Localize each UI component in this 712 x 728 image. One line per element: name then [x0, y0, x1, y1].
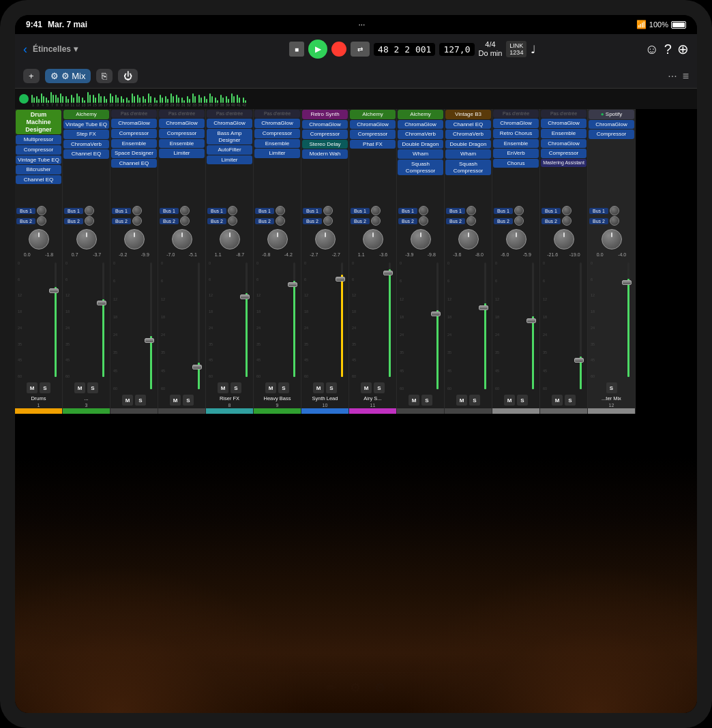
ch5-bus2-knob[interactable] [228, 216, 237, 226]
ch6-mute-button[interactable]: M [265, 382, 276, 393]
ch12-bus2-btn[interactable]: Bus 2 [542, 218, 561, 224]
ch3-plugin-4[interactable]: Ensemble [111, 139, 157, 149]
ch11-bus1-btn[interactable]: Bus 1 [494, 208, 513, 214]
ch2-fader-thumb[interactable] [97, 301, 106, 305]
ch12-fader-thumb[interactable] [574, 358, 584, 363]
ch7-plugin-2[interactable]: ChromaGlow [302, 120, 348, 130]
ch9-bus2-knob[interactable] [419, 216, 428, 226]
ch12-plugin-6[interactable]: Mastering Assistant [541, 159, 587, 167]
ch3-solo-button[interactable]: S [135, 395, 146, 406]
ch13-bus1-btn[interactable]: Bus 1 [589, 208, 608, 214]
ch12-plugin-1[interactable]: Pas d'entrée [541, 110, 587, 118]
ch6-bus2-knob[interactable] [276, 216, 285, 226]
ch11-plugin-5[interactable]: EnVerb [493, 149, 539, 158]
grid-view-icon[interactable]: ⊞ [29, 680, 39, 695]
ch11-mute-button[interactable]: M [504, 395, 515, 406]
ch8-plugin-2[interactable]: ChromaGlow [350, 120, 396, 130]
ch8-solo-button[interactable]: S [374, 382, 385, 393]
ch11-solo-button[interactable]: S [517, 395, 528, 406]
ch10-bus1-btn[interactable]: Bus 1 [446, 208, 465, 214]
ch6-plugin-5[interactable]: Limiter [254, 149, 300, 158]
ch12-bus2-knob[interactable] [562, 216, 572, 226]
ch12-plugin-2[interactable]: ChromaGlow [541, 119, 587, 128]
ch4-plugin-2[interactable]: ChromaGlow [159, 119, 205, 128]
ch6-bus1-btn[interactable]: Bus 1 [255, 208, 274, 214]
back-button[interactable]: ‹ [23, 42, 27, 57]
ch9-plugin-4[interactable]: Double Dragon [398, 140, 443, 149]
stop-button[interactable]: ■ [289, 42, 304, 57]
ch8-mute-button[interactable]: M [361, 382, 372, 393]
ch10-plugin-1[interactable]: Vintage B3 [445, 110, 491, 119]
ch8-bus2-knob[interactable] [371, 216, 381, 226]
ch12-pan-knob[interactable] [554, 229, 574, 249]
ch9-bus1-btn[interactable]: Bus 1 [398, 208, 417, 214]
ch3-pan-knob[interactable] [124, 229, 145, 249]
ch9-plugin-2[interactable]: ChromaGlow [398, 120, 443, 130]
ch4-plugin-5[interactable]: Limiter [159, 149, 205, 158]
ch5-plugin-1[interactable]: Pas d'entrée [207, 110, 252, 118]
ch11-plugin-1[interactable]: Pas d'entrée [493, 110, 539, 118]
ch10-bus2-btn[interactable]: Bus 2 [446, 218, 465, 224]
ch9-bus2-btn[interactable]: Bus 2 [398, 218, 417, 224]
ch3-plugin-2[interactable]: ChromaGlow [111, 119, 157, 128]
ch2-pan-knob[interactable] [76, 229, 97, 249]
ch9-plugin-5[interactable]: Wham [398, 149, 443, 159]
ch9-fader-thumb[interactable] [431, 312, 441, 316]
duplicate-button[interactable]: ⎘ [96, 69, 113, 83]
mix-button[interactable]: ⚙ ⚙ Mix [45, 69, 91, 83]
more-options-button[interactable]: ··· [668, 70, 677, 82]
ch4-bus2-knob[interactable] [180, 216, 190, 226]
ch6-bus2-btn[interactable]: Bus 2 [255, 218, 274, 224]
ch4-bus1-knob[interactable] [180, 206, 190, 215]
ch5-bus1-knob[interactable] [228, 206, 237, 215]
ch4-plugin-1[interactable]: Pas d'entrée [159, 110, 205, 118]
power-button[interactable]: ⏻ [118, 69, 138, 83]
ch12-plugin-3[interactable]: Ensemble [541, 129, 587, 138]
ch10-solo-button[interactable]: S [469, 395, 480, 406]
ch2-bus1-knob[interactable] [85, 206, 94, 215]
ch12-solo-button[interactable]: S [565, 395, 576, 406]
add-circle-icon[interactable]: ⊕ [677, 41, 689, 57]
ch1-mute-button[interactable]: M [27, 382, 38, 393]
ch13-fader-thumb[interactable] [622, 280, 632, 285]
ch13-bus1-knob[interactable] [610, 206, 619, 215]
hamburger-menu-button[interactable]: ≡ [683, 70, 689, 82]
ch12-bus1-btn[interactable]: Bus 1 [542, 208, 561, 214]
ch1-plugin-4[interactable]: Vintage Tube EQ [16, 155, 61, 165]
link-button[interactable]: LINK 1234 [506, 41, 526, 57]
ch6-plugin-4[interactable]: Ensemble [254, 139, 300, 149]
ch5-solo-button[interactable]: S [231, 382, 241, 393]
ch10-plugin-3[interactable]: ChromaVerb [445, 130, 491, 139]
ch6-plugin-1[interactable]: Pas d'entrée [254, 110, 300, 118]
ch3-mute-button[interactable]: M [122, 395, 133, 406]
ch2-plugin-2[interactable]: Vintage Tube EQ [63, 120, 109, 130]
ch10-bus2-knob[interactable] [466, 216, 476, 226]
ch3-bus2-btn[interactable]: Bus 2 [112, 218, 131, 224]
ch1-solo-button[interactable]: S [40, 382, 50, 393]
ch9-mute-button[interactable]: M [409, 395, 419, 406]
piano-roll-button[interactable]: ||| [672, 680, 683, 695]
ch7-solo-button[interactable]: S [326, 382, 337, 393]
ch10-plugin-2[interactable]: Channel EQ [445, 120, 491, 130]
ch9-plugin-1[interactable]: Alchemy [398, 110, 443, 119]
ch11-plugin-3[interactable]: Retro Chorus [493, 129, 539, 138]
ch13-plugin-3[interactable]: Compressor [589, 130, 634, 139]
ch6-solo-button[interactable]: S [278, 382, 289, 393]
ch12-bus1-knob[interactable] [562, 206, 572, 215]
ch11-plugin-6[interactable]: Chorus [493, 159, 539, 168]
ch10-pan-knob[interactable] [458, 229, 479, 249]
ch5-plugin-2[interactable]: ChromaGlow [207, 119, 252, 128]
ch1-bus2-btn[interactable]: Bus 2 [16, 218, 35, 224]
ch7-bus2-knob[interactable] [323, 216, 333, 226]
ch6-bus1-knob[interactable] [276, 206, 285, 215]
ch7-plugin-5[interactable]: Modern Wah [302, 149, 348, 159]
ch4-plugin-4[interactable]: Ensemble [159, 139, 205, 149]
ch6-plugin-3[interactable]: Compressor [254, 129, 300, 138]
ch1-fader-thumb[interactable] [49, 288, 59, 293]
ch1-bus1-btn[interactable]: Bus 1 [16, 208, 35, 214]
ch8-bus2-btn[interactable]: Bus 2 [351, 218, 370, 224]
ch3-bus1-knob[interactable] [132, 206, 142, 215]
ch2-bus2-knob[interactable] [85, 216, 94, 226]
ch5-bus1-btn[interactable]: Bus 1 [207, 208, 226, 214]
ch6-fader-thumb[interactable] [288, 282, 297, 287]
